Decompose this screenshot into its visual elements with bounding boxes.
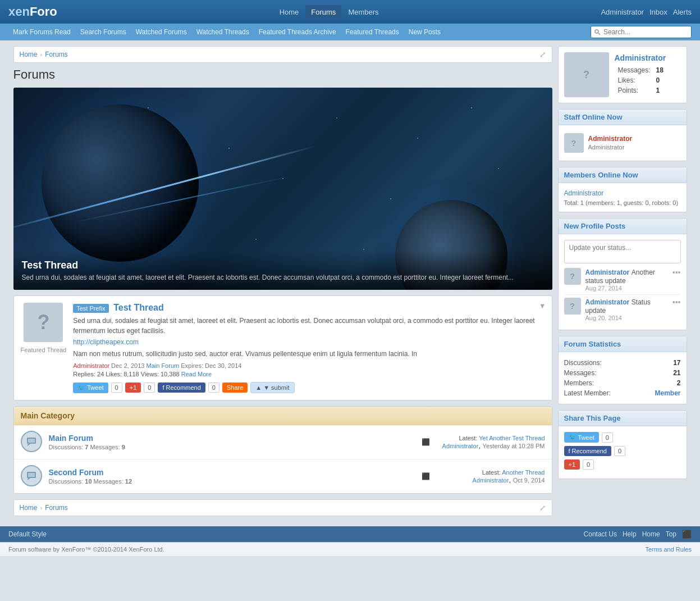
nav-home[interactable]: Home <box>274 5 305 19</box>
profile-post-1: ? Administrator Another status update Au… <box>564 265 681 295</box>
subnav-featured-archive[interactable]: Featured Threads Archive <box>254 26 341 38</box>
thread-title-link[interactable]: Test Thread <box>113 303 164 312</box>
sidebar-fb-icon: f <box>569 448 570 454</box>
thread-prefix: Test Prefix <box>73 304 108 313</box>
site-logo[interactable]: xenForo <box>8 4 57 19</box>
thread-forum-link[interactable]: Main Forum <box>147 362 180 369</box>
user-username[interactable]: Administrator <box>601 8 644 16</box>
subnav-mark-read[interactable]: Mark Forums Read <box>8 26 75 38</box>
share-button[interactable]: Share <box>222 383 248 393</box>
recommend-button[interactable]: f Recommend <box>158 383 205 393</box>
breadcrumb-home[interactable]: Home <box>20 51 38 58</box>
breadcrumb-top: Home › Forums ⤢ <box>13 46 552 63</box>
latest-time-second: Oct 9, 2014 <box>513 477 545 484</box>
breadcrumb-sep: › <box>40 51 43 58</box>
staff-avatar-q: ? <box>571 139 577 148</box>
user-card-content: ? Administrator Messages: 18 Likes: 0 <box>559 47 687 103</box>
search-input[interactable] <box>591 26 692 38</box>
banner-description: Sed urna dui, sodales at feugiat sit ame… <box>22 274 544 281</box>
sub-navigation: Mark Forums Read Search Forums Watched F… <box>0 24 700 40</box>
read-more-link[interactable]: Read More <box>181 371 212 377</box>
sidebar-username[interactable]: Administrator <box>615 53 667 62</box>
subnav-watched-threads[interactable]: Watched Threads <box>192 26 254 38</box>
sidebar: ? Administrator Messages: 18 Likes: 0 <box>558 46 687 521</box>
nav-forums[interactable]: Forums <box>305 5 341 19</box>
footer-top[interactable]: Top <box>666 530 676 538</box>
points-value: 1 <box>654 86 666 95</box>
footer-home[interactable]: Home <box>642 530 660 538</box>
stat-latest-member-link[interactable]: Member <box>655 389 680 397</box>
sidebar-tweet-button[interactable]: 🐦 Tweet <box>564 432 599 443</box>
footer-contact[interactable]: Contact Us <box>584 530 617 538</box>
subnav-watched-forums[interactable]: Watched Forums <box>131 26 191 38</box>
profile-post-q-2: ? <box>570 302 575 311</box>
nav-inbox[interactable]: Inbox <box>649 8 667 16</box>
staff-name[interactable]: Administrator <box>588 135 633 143</box>
gplus-button[interactable]: +1 <box>125 383 141 393</box>
rss-icon-second[interactable]: ⬛ <box>422 472 430 480</box>
thread-author[interactable]: Administrator <box>73 362 109 369</box>
top-bar: xenForo Home Forums Members Administrato… <box>0 0 700 24</box>
rss-icon-main[interactable]: ⬛ <box>422 438 430 446</box>
expand-icon-bottom[interactable]: ⤢ <box>539 503 546 512</box>
social-buttons: 🐦 Tweet 0 +1 0 f Recommend 0 <box>73 382 545 393</box>
breadcrumb-forums-bottom[interactable]: Forums <box>45 504 68 512</box>
subnav-featured-threads[interactable]: Featured Threads <box>341 26 404 38</box>
latest-meta-second: Administrator, Oct 9, 2014 <box>433 476 545 484</box>
forum-name-main[interactable]: Main Forum <box>49 434 93 443</box>
stat-messages-label: Messages: <box>564 369 597 377</box>
staff-online-title: Staff Online Now <box>559 110 687 125</box>
messages-label: Messages: <box>616 66 653 75</box>
members-online-content: Administrator Total: 1 (members: 1, gues… <box>559 183 687 212</box>
latest-user-main[interactable]: Administrator <box>442 443 479 449</box>
profile-post-user-1[interactable]: Administrator <box>585 268 630 276</box>
thread-expires: Expires: Dec 30, 2014 <box>181 362 241 369</box>
avatar-question-sidebar: ? <box>583 69 589 81</box>
stat-discussions: Discussions: 17 <box>564 358 681 368</box>
latest-user-second[interactable]: Administrator <box>473 477 509 484</box>
nav-alerts[interactable]: Alerts <box>673 8 692 16</box>
reddit-button[interactable]: ▲ ▼ submit <box>250 382 294 393</box>
sidebar-recommend-count: 0 <box>614 446 625 456</box>
staff-avatar: ? <box>564 133 584 153</box>
forum-info-main: Main Forum Discussions: 7 Messages: 9 <box>49 434 413 450</box>
stat-members-label: Members: <box>564 379 594 387</box>
forum-name-second[interactable]: Second Forum <box>49 468 104 477</box>
profile-post-avatar-1: ? <box>564 268 581 285</box>
footer-nav: Default Style Contact Us Help Home Top ⬛ <box>0 526 700 542</box>
profile-post-more-1[interactable]: ••• <box>672 268 681 277</box>
points-row: Points: 1 <box>616 86 666 95</box>
stat-latest-value[interactable]: Member <box>655 389 680 397</box>
subnav-search-forums[interactable]: Search Forums <box>76 26 131 38</box>
share-page-box: Share This Page 🐦 Tweet 0 f Recommend 0 <box>558 410 687 479</box>
footer-terms[interactable]: Terms and Rules <box>645 546 692 553</box>
status-input[interactable] <box>564 240 681 263</box>
latest-thread-link-second[interactable]: Another Thread <box>502 469 545 476</box>
tweet-button[interactable]: 🐦 Tweet <box>73 383 108 393</box>
members-online-name[interactable]: Administrator <box>564 189 604 197</box>
nav-members[interactable]: Members <box>342 5 384 19</box>
thread-url[interactable]: http://cliptheapex.com <box>73 338 545 346</box>
likes-label: Likes: <box>616 76 653 85</box>
gplus-label: +1 <box>130 384 137 391</box>
profile-post-user-2[interactable]: Administrator <box>585 298 630 306</box>
stat-discussions-value: 17 <box>673 359 680 367</box>
profile-post-more-2[interactable]: ••• <box>672 298 681 307</box>
footer-rss-icon[interactable]: ⬛ <box>682 530 692 539</box>
profile-post-avatar-2: ? <box>564 298 581 315</box>
staff-role: Administrator <box>588 144 625 151</box>
sidebar-recommend-button[interactable]: f Recommend <box>564 446 611 456</box>
sidebar-gplus-button[interactable]: +1 <box>564 459 580 470</box>
footer-style[interactable]: Default Style <box>8 530 47 538</box>
subnav-new-posts[interactable]: New Posts <box>404 26 445 38</box>
staff-info: Administrator Administrator <box>588 135 633 151</box>
latest-thread-link-main[interactable]: Yet Another Test Thread <box>479 435 545 441</box>
expand-icon[interactable]: ⤢ <box>539 50 546 59</box>
breadcrumb-home-bottom[interactable]: Home <box>20 504 38 512</box>
breadcrumb-forums[interactable]: Forums <box>45 51 68 58</box>
footer-help[interactable]: Help <box>623 530 637 538</box>
dropdown-icon[interactable]: ▼ <box>539 302 546 310</box>
sidebar-twitter-icon: 🐦 <box>569 434 577 441</box>
stat-members-value: 2 <box>677 379 681 387</box>
thread-excerpt: Sed urna dui, sodales at feugiat sit ame… <box>73 316 545 336</box>
